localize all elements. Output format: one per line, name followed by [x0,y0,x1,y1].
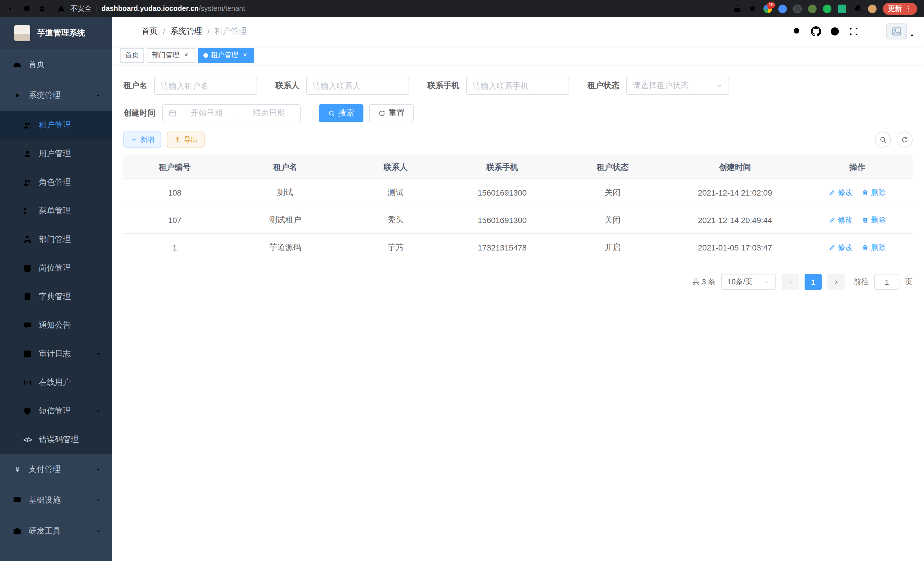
fullscreen-icon[interactable] [849,26,859,37]
sidebar-item-sms[interactable]: 短信管理 [0,397,112,426]
help-icon[interactable] [830,26,840,37]
search-button[interactable]: 搜索 [319,104,363,122]
home-icon[interactable] [38,4,47,13]
delete-link[interactable]: 删除 [862,215,886,225]
calendar-icon [169,109,177,117]
sidebar-item-tenant[interactable]: 租户管理 [0,111,112,140]
export-button[interactable]: 导出 [167,132,205,147]
cell-contact: 秃头 [344,206,447,234]
sidebar-item-role[interactable]: 角色管理 [0,168,112,197]
cell-contact: 芋艿 [344,234,447,261]
cell-contact: 测试 [344,179,447,206]
page-number-1[interactable]: 1 [805,274,822,290]
sidebar-item-audit-log[interactable]: 审计日志 [0,340,112,368]
online-broadcast-icon [23,378,32,387]
security-warning-icon [57,4,66,13]
close-icon[interactable]: × [182,51,190,59]
col-tenant-name: 租户名 [226,156,344,179]
col-status: 租户状态 [557,156,668,179]
add-button[interactable]: 新增 [123,132,161,147]
chevron-right-icon [833,279,839,285]
chevron-down-icon [764,279,770,285]
tenant-name-input[interactable] [160,81,251,90]
edit-link[interactable]: 修改 [829,187,853,198]
goto-label: 前往 [854,277,868,287]
sidebar-item-system[interactable]: 系统管理 [0,80,112,111]
browser-update-button[interactable]: 更新 ⋮ [883,3,917,15]
edit-link[interactable]: 修改 [829,242,853,253]
user-icon [23,149,32,158]
extensions-puzzle-icon[interactable] [853,4,862,13]
github-icon[interactable] [811,26,821,37]
sidebar-item-dict[interactable]: 字典管理 [0,283,112,311]
date-separator: - [236,109,239,118]
reset-button[interactable]: 重置 [369,104,414,122]
extension-icon-2[interactable] [778,4,787,13]
tab-dept[interactable]: 部门管理 × [147,48,195,63]
font-size-icon[interactable] [867,26,878,37]
sidebar-item-infra[interactable]: 基础设施 [0,485,112,516]
tab-home[interactable]: 首页 [120,48,144,63]
next-page-button[interactable] [827,274,844,290]
cell-status: 关闭 [557,206,668,234]
mobile-input[interactable] [472,81,563,90]
sidebar-item-menu[interactable]: 菜单管理 [0,197,112,225]
extension-icon-3[interactable] [793,4,802,13]
audit-log-icon [23,349,32,359]
sidebar-item-dept[interactable]: 部门管理 [0,225,112,254]
date-start-placeholder: 开始日期 [181,108,232,118]
extension-icon-4[interactable] [808,4,817,13]
user-avatar-menu[interactable] [886,23,915,39]
app-logo[interactable]: 芋道管理系统 [0,17,112,49]
sidebar-item-post[interactable]: 岗位管理 [0,254,112,283]
status-select[interactable]: 请选择租户状态 [626,77,729,95]
breadcrumb-system[interactable]: 系统管理 [170,26,202,37]
share-icon[interactable] [733,4,742,13]
cell-tenant-name: 测试租户 [226,206,344,234]
sidebar-item-pay[interactable]: ¥ 支付管理 [0,454,112,485]
breadcrumb-home[interactable]: 首页 [142,26,158,37]
sidebar-item-online-user[interactable]: 在线用户 [0,368,112,397]
cell-created: 2021-12-14 21:02:09 [668,179,802,206]
browser-profile-avatar[interactable] [868,4,877,13]
extension-icon-5[interactable] [823,4,831,13]
url-text: dashboard.yudao.iocoder.cn/system/tenant [101,5,245,13]
chevron-down-icon [95,497,102,504]
extension-icon-1[interactable]: 10 [764,4,772,13]
bookmark-star-icon[interactable] [748,4,757,13]
create-time-label: 创建时间 [123,108,155,118]
app-title: 芋道管理系统 [37,28,85,38]
address-bar[interactable]: 不安全 dashboard.yudao.iocoder.cn/system/te… [53,0,726,17]
page-size-select[interactable]: 10条/页 [721,274,776,290]
close-icon[interactable]: × [241,51,249,59]
search-icon[interactable] [792,26,802,37]
delete-link[interactable]: 删除 [862,242,886,253]
sidebar-item-home[interactable]: 首页 [0,49,112,80]
plus-icon [130,136,138,143]
toggle-search-button[interactable] [875,132,891,147]
sidebar-item-notice[interactable]: 通知公告 [0,311,112,340]
date-range-picker[interactable]: 开始日期 - 结束日期 [162,104,301,122]
edit-link[interactable]: 修改 [829,215,853,225]
image-placeholder-icon [890,26,903,37]
contact-input[interactable] [313,81,403,90]
delete-link[interactable]: 删除 [862,187,886,198]
table-row: 107 测试租户 秃头 15601691300 关闭 2021-12-14 20… [123,206,913,234]
logo-image [14,25,31,42]
refresh-table-button[interactable] [897,132,913,147]
role-users-icon [23,178,32,187]
goto-page-input[interactable] [874,274,899,290]
sidebar-collapse-icon[interactable] [121,26,133,37]
sidebar-item-user[interactable]: 用户管理 [0,140,112,168]
tab-tenant[interactable]: 租户管理 × [198,48,254,63]
sidebar-item-errcode[interactable]: </> 错误码管理 [0,426,112,454]
extension-icon-6[interactable] [838,4,846,13]
browser-menu-icon[interactable]: ⋮ [905,5,912,13]
back-icon[interactable] [7,4,16,13]
cell-tenant-id: 1 [123,234,226,261]
sidebar-item-devtools[interactable]: 研发工具 [0,516,112,547]
prev-page-button[interactable] [782,274,799,290]
tenant-table: 租户编号 租户名 联系人 联系手机 租户状态 创建时间 操作 108 测试 测试 [123,156,913,261]
reload-icon[interactable] [22,4,32,13]
browser-actions: 10 更新 ⋮ [733,3,917,15]
